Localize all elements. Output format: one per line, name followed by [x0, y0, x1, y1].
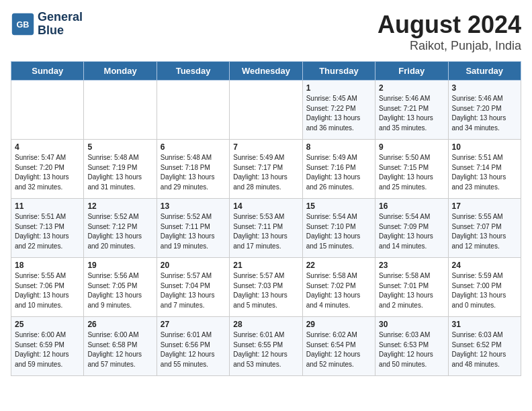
day-number: 24 — [452, 261, 517, 270]
day-number: 5 — [87, 142, 152, 152]
week-row-3: 11Sunrise: 5:51 AMSunset: 7:13 PMDayligh… — [11, 199, 521, 258]
cell-info: Sunrise: 5:51 AMSunset: 7:13 PMDaylight:… — [15, 213, 69, 250]
day-number: 6 — [161, 142, 226, 152]
weekday-header-friday: Friday — [375, 62, 448, 81]
calendar-cell: 24Sunrise: 5:59 AMSunset: 7:00 PMDayligh… — [448, 258, 521, 317]
calendar-cell: 7Sunrise: 5:49 AMSunset: 7:17 PMDaylight… — [230, 140, 302, 199]
cell-info: Sunrise: 5:49 AMSunset: 7:17 PMDaylight:… — [233, 154, 287, 191]
day-number: 4 — [15, 142, 80, 152]
cell-info: Sunrise: 5:50 AMSunset: 7:15 PMDaylight:… — [379, 154, 433, 191]
calendar-cell: 31Sunrise: 6:03 AMSunset: 6:52 PMDayligh… — [448, 317, 521, 376]
svg-text:GB: GB — [17, 20, 30, 30]
day-number: 8 — [306, 142, 371, 152]
cell-info: Sunrise: 5:57 AMSunset: 7:04 PMDaylight:… — [161, 272, 215, 309]
calendar-cell: 9Sunrise: 5:50 AMSunset: 7:15 PMDaylight… — [375, 140, 448, 199]
calendar-cell: 26Sunrise: 6:00 AMSunset: 6:58 PMDayligh… — [84, 317, 157, 376]
day-number: 1 — [306, 83, 371, 93]
title-block: August 2024 Raikot, Punjab, India — [378, 11, 521, 53]
day-number: 11 — [15, 201, 80, 211]
calendar-cell — [11, 81, 84, 140]
day-number: 25 — [15, 320, 80, 329]
week-row-4: 18Sunrise: 5:55 AMSunset: 7:06 PMDayligh… — [11, 258, 521, 317]
week-row-5: 25Sunrise: 6:00 AMSunset: 6:59 PMDayligh… — [11, 317, 521, 376]
cell-info: Sunrise: 6:02 AMSunset: 6:54 PMDaylight:… — [306, 331, 361, 368]
calendar-cell: 17Sunrise: 5:55 AMSunset: 7:07 PMDayligh… — [448, 199, 521, 258]
cell-info: Sunrise: 6:00 AMSunset: 6:58 PMDaylight:… — [87, 331, 142, 368]
cell-info: Sunrise: 5:48 AMSunset: 7:19 PMDaylight:… — [87, 154, 142, 191]
day-number: 7 — [233, 142, 298, 152]
calendar-cell: 3Sunrise: 5:46 AMSunset: 7:20 PMDaylight… — [448, 81, 521, 140]
cell-info: Sunrise: 5:54 AMSunset: 7:10 PMDaylight:… — [306, 213, 361, 250]
day-number: 14 — [233, 201, 298, 211]
calendar-cell: 13Sunrise: 5:52 AMSunset: 7:11 PMDayligh… — [157, 199, 229, 258]
cell-info: Sunrise: 5:58 AMSunset: 7:01 PMDaylight:… — [379, 272, 433, 309]
cell-info: Sunrise: 5:46 AMSunset: 7:20 PMDaylight:… — [452, 95, 506, 132]
calendar-cell: 25Sunrise: 6:00 AMSunset: 6:59 PMDayligh… — [11, 317, 84, 376]
weekday-header-thursday: Thursday — [302, 62, 375, 81]
calendar-cell: 8Sunrise: 5:49 AMSunset: 7:16 PMDaylight… — [302, 140, 375, 199]
cell-info: Sunrise: 5:48 AMSunset: 7:18 PMDaylight:… — [161, 154, 215, 191]
calendar-cell: 15Sunrise: 5:54 AMSunset: 7:10 PMDayligh… — [302, 199, 375, 258]
week-row-2: 4Sunrise: 5:47 AMSunset: 7:20 PMDaylight… — [11, 140, 521, 199]
day-number: 21 — [233, 261, 298, 270]
cell-info: Sunrise: 5:55 AMSunset: 7:07 PMDaylight:… — [452, 213, 506, 250]
page-header: GB General Blue August 2024 Raikot, Punj… — [11, 11, 521, 53]
logo-text: General Blue — [38, 11, 83, 38]
cell-info: Sunrise: 5:53 AMSunset: 7:11 PMDaylight:… — [233, 213, 287, 250]
weekday-header-monday: Monday — [84, 62, 157, 81]
calendar-cell: 2Sunrise: 5:46 AMSunset: 7:21 PMDaylight… — [375, 81, 448, 140]
day-number: 10 — [452, 142, 517, 152]
cell-info: Sunrise: 5:47 AMSunset: 7:20 PMDaylight:… — [15, 154, 69, 191]
cell-info: Sunrise: 5:54 AMSunset: 7:09 PMDaylight:… — [379, 213, 433, 250]
cell-info: Sunrise: 5:55 AMSunset: 7:06 PMDaylight:… — [15, 272, 69, 309]
cell-info: Sunrise: 5:59 AMSunset: 7:00 PMDaylight:… — [452, 272, 506, 309]
cell-info: Sunrise: 5:56 AMSunset: 7:05 PMDaylight:… — [87, 272, 142, 309]
logo-line1: General — [38, 11, 83, 24]
day-number: 26 — [87, 320, 152, 329]
logo-line2: Blue — [38, 24, 83, 38]
cell-info: Sunrise: 6:01 AMSunset: 6:56 PMDaylight:… — [161, 331, 215, 368]
day-number: 28 — [233, 320, 298, 329]
cell-info: Sunrise: 5:46 AMSunset: 7:21 PMDaylight:… — [379, 95, 433, 132]
day-number: 20 — [161, 261, 226, 270]
calendar-title: August 2024 — [378, 11, 521, 39]
weekday-header-wednesday: Wednesday — [230, 62, 302, 81]
logo: GB General Blue — [11, 11, 83, 38]
calendar-cell: 4Sunrise: 5:47 AMSunset: 7:20 PMDaylight… — [11, 140, 84, 199]
weekday-header-tuesday: Tuesday — [157, 62, 229, 81]
cell-info: Sunrise: 5:45 AMSunset: 7:22 PMDaylight:… — [306, 95, 361, 132]
day-number: 17 — [452, 201, 517, 211]
cell-info: Sunrise: 6:03 AMSunset: 6:53 PMDaylight:… — [379, 331, 433, 368]
calendar-cell: 14Sunrise: 5:53 AMSunset: 7:11 PMDayligh… — [230, 199, 302, 258]
cell-info: Sunrise: 5:57 AMSunset: 7:03 PMDaylight:… — [233, 272, 287, 309]
cell-info: Sunrise: 6:01 AMSunset: 6:55 PMDaylight:… — [233, 331, 287, 368]
calendar-cell: 10Sunrise: 5:51 AMSunset: 7:14 PMDayligh… — [448, 140, 521, 199]
week-row-1: 1Sunrise: 5:45 AMSunset: 7:22 PMDaylight… — [11, 81, 521, 140]
calendar-cell: 5Sunrise: 5:48 AMSunset: 7:19 PMDaylight… — [84, 140, 157, 199]
day-number: 27 — [161, 320, 226, 329]
day-number: 19 — [87, 261, 152, 270]
calendar-table: SundayMondayTuesdayWednesdayThursdayFrid… — [11, 61, 521, 376]
day-number: 30 — [379, 320, 444, 329]
day-number: 18 — [15, 261, 80, 270]
day-number: 15 — [306, 201, 371, 211]
calendar-cell: 23Sunrise: 5:58 AMSunset: 7:01 PMDayligh… — [375, 258, 448, 317]
cell-info: Sunrise: 5:49 AMSunset: 7:16 PMDaylight:… — [306, 154, 361, 191]
logo-icon: GB — [11, 12, 35, 36]
calendar-cell: 16Sunrise: 5:54 AMSunset: 7:09 PMDayligh… — [375, 199, 448, 258]
cell-info: Sunrise: 6:00 AMSunset: 6:59 PMDaylight:… — [15, 331, 69, 368]
weekday-header-saturday: Saturday — [448, 62, 521, 81]
cell-info: Sunrise: 5:52 AMSunset: 7:12 PMDaylight:… — [87, 213, 142, 250]
calendar-cell: 1Sunrise: 5:45 AMSunset: 7:22 PMDaylight… — [302, 81, 375, 140]
day-number: 13 — [161, 201, 226, 211]
calendar-subtitle: Raikot, Punjab, India — [378, 39, 521, 53]
calendar-cell: 21Sunrise: 5:57 AMSunset: 7:03 PMDayligh… — [230, 258, 302, 317]
calendar-cell: 29Sunrise: 6:02 AMSunset: 6:54 PMDayligh… — [302, 317, 375, 376]
calendar-cell: 20Sunrise: 5:57 AMSunset: 7:04 PMDayligh… — [157, 258, 229, 317]
calendar-cell: 30Sunrise: 6:03 AMSunset: 6:53 PMDayligh… — [375, 317, 448, 376]
cell-info: Sunrise: 5:51 AMSunset: 7:14 PMDaylight:… — [452, 154, 506, 191]
calendar-cell: 6Sunrise: 5:48 AMSunset: 7:18 PMDaylight… — [157, 140, 229, 199]
weekday-header-sunday: Sunday — [11, 62, 84, 81]
cell-info: Sunrise: 5:52 AMSunset: 7:11 PMDaylight:… — [161, 213, 215, 250]
calendar-cell: 19Sunrise: 5:56 AMSunset: 7:05 PMDayligh… — [84, 258, 157, 317]
